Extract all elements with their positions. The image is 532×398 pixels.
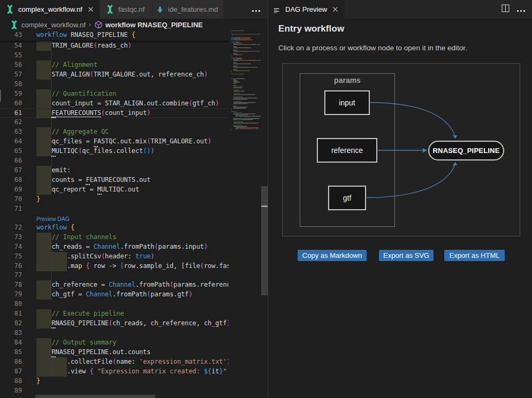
sticky-scroll-shadow <box>0 41 229 43</box>
gutter-line-number: 56 <box>0 60 268 70</box>
export-as-html-button[interactable]: Export as HTML <box>444 250 505 261</box>
gutter-line-number: 85 <box>0 348 268 357</box>
node-label: input <box>339 98 355 107</box>
vertical-scrollbar[interactable] <box>261 30 268 398</box>
hint-diagnostic-dots <box>51 327 56 328</box>
gutter-line-number: 57 <box>0 70 268 80</box>
codelens-preview-dag[interactable]: Preview DAG <box>36 216 70 222</box>
split-editor-icon[interactable] <box>501 4 510 14</box>
panel-description: Click on a process or workflow node to o… <box>278 44 467 52</box>
node-label: reference <box>331 146 363 155</box>
vscode-window: complex_workflow.nf fastqc.nf ide_featur… <box>0 0 532 398</box>
tab-complex-workflow[interactable]: complex_workflow.nf <box>0 0 100 19</box>
gutter-line-number: 78 <box>0 280 268 290</box>
hint-diagnostic-dots <box>51 117 56 118</box>
gutter-line-number: 76 <box>0 262 268 271</box>
tab-fastqc[interactable]: fastqc.nf <box>100 0 150 19</box>
gutter-line-number: 88 <box>0 377 268 386</box>
gutter-line-number: 86 <box>0 357 268 367</box>
gutter-line-number: 74 <box>0 242 268 252</box>
gutter-line-number: 71 <box>0 204 268 214</box>
close-tab-icon[interactable] <box>332 6 339 13</box>
gutter-line-number: 73 <box>0 233 268 242</box>
scrollbar-slider[interactable] <box>261 186 268 295</box>
gutter-line-number: 66 <box>0 156 268 166</box>
gutter-line-number: 79 <box>0 290 268 300</box>
gutter-line-number: 72 <box>0 223 268 233</box>
node-reference[interactable]: reference <box>317 138 377 163</box>
overview-ruler-cursor <box>261 205 268 207</box>
export-as-svg-button[interactable]: Export as SVG <box>379 250 434 261</box>
nextflow-file-icon <box>105 5 115 14</box>
more-actions-icon[interactable] <box>517 5 526 14</box>
gutter-line-number: 64 <box>0 137 268 147</box>
sticky-scroll-line[interactable]: 43workflow RNASEQ_PIPELINE { <box>0 30 229 41</box>
tab-label: fastqc.nf <box>118 5 145 13</box>
more-actions-icon[interactable] <box>252 5 261 14</box>
gutter-line-number: 77 <box>0 271 268 280</box>
gutter-line-number: 81 <box>0 309 268 319</box>
horizontal-scrollbar-slider[interactable] <box>35 395 155 398</box>
preview-icon <box>273 5 282 14</box>
hint-diagnostic-dots <box>86 184 90 185</box>
gutter-line-number: 68 <box>0 175 268 185</box>
symbol-workflow-icon <box>94 20 103 29</box>
breadcrumb-item-symbol[interactable]: workflow RNASEQ_PIPELINE <box>105 21 203 29</box>
hint-diagnostic-dots <box>94 146 98 147</box>
hint-diagnostic-dots <box>51 356 56 357</box>
gutter-line-number: 62 <box>0 118 268 127</box>
gutter-line-number: 58 <box>0 80 268 89</box>
gutter-line-number: 75 <box>0 252 268 262</box>
hint-diagnostic-dots <box>51 156 56 157</box>
node-label: gtf <box>343 194 352 202</box>
nextflow-file-icon <box>5 5 14 14</box>
code-editor[interactable]: TRIM_GALORE(reads_ch) // Alignment STAR_… <box>0 30 268 398</box>
tab-dag-preview[interactable]: DAG Preview <box>268 0 345 19</box>
gutter-line-number: 69 <box>0 185 268 195</box>
tab-label: ide_features.md <box>168 5 218 13</box>
tab-label: DAG Preview <box>285 5 327 13</box>
gutter-line-number: 80 <box>0 300 268 309</box>
node-gtf[interactable]: gtf <box>328 186 366 210</box>
gutter-line-number: 55 <box>0 51 268 60</box>
gutter-line-number: 61 <box>0 109 268 118</box>
dag-diagram: params input reference gtf RNASEQ_PIPELI… <box>282 63 520 236</box>
close-tab-icon[interactable] <box>87 6 94 13</box>
gutter-line-number: 83 <box>0 328 268 338</box>
copy-as-markdown-button[interactable]: Copy as Markdown <box>298 250 367 261</box>
dag-preview-panel: Entry workflow Click on a process or wor… <box>268 19 532 398</box>
gutter-line-number: 63 <box>0 127 268 137</box>
gutter-line-number: 59 <box>0 89 268 99</box>
hint-diagnostic-dots <box>97 194 102 195</box>
gutter-line-number: 67 <box>0 166 268 175</box>
breadcrumb: complex_workflow.nf › workflow RNASEQ_PI… <box>0 19 267 30</box>
gutter-line-number: 70 <box>0 195 268 204</box>
panel-title: Entry workflow <box>278 24 344 34</box>
gutter-line-number: 65 <box>0 147 268 156</box>
gutter-line-number: 87 <box>0 367 268 377</box>
editor-tabbar-left: complex_workflow.nf fastqc.nf ide_featur… <box>0 0 267 19</box>
node-label: RNASEQ_PIPELINE <box>432 147 499 155</box>
minimap[interactable] <box>230 30 261 154</box>
tab-label: complex_workflow.nf <box>18 5 82 13</box>
gutter-line-number: 60 <box>0 99 268 109</box>
gutter-line-number: 84 <box>0 338 268 348</box>
editor-tabbar-right: DAG Preview <box>268 0 532 19</box>
window-edge-notch <box>0 90 1 102</box>
nextflow-file-icon <box>10 20 19 29</box>
markdown-file-icon <box>156 5 164 14</box>
chevron-right-icon: › <box>89 21 91 28</box>
tab-ide-features[interactable]: ide_features.md <box>150 0 224 19</box>
gutter-line-number: 82 <box>0 319 268 328</box>
node-input[interactable]: input <box>324 90 370 115</box>
node-rnaseq-pipeline[interactable]: RNASEQ_PIPELINE <box>428 141 504 160</box>
breadcrumb-item-file[interactable]: complex_workflow.nf <box>21 21 86 29</box>
